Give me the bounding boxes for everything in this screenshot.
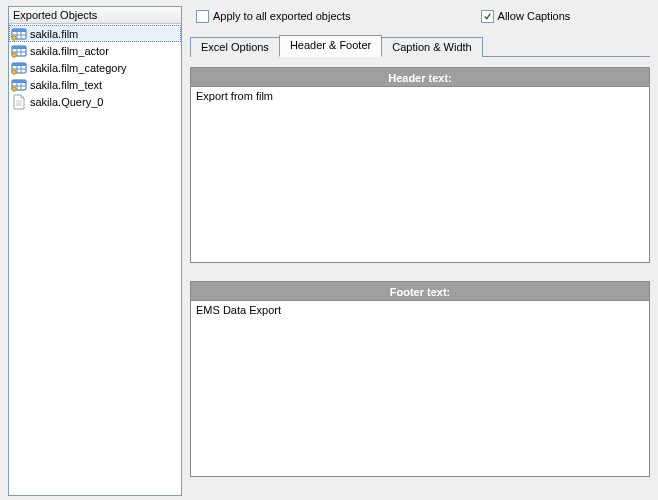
tree-item-label: sakila.film_category: [30, 62, 127, 74]
exported-objects-title: Exported Objects: [9, 7, 181, 24]
table-icon: [11, 77, 27, 93]
right-pane: Apply to all exported objects Allow Capt…: [190, 0, 658, 500]
header-text-title: Header text:: [190, 67, 650, 87]
checkbox-icon: [196, 10, 209, 23]
document-icon: [11, 94, 27, 110]
table-icon: [11, 26, 27, 42]
tree-item[interactable]: sakila.film_text: [9, 76, 181, 93]
apply-all-checkbox[interactable]: Apply to all exported objects: [196, 10, 351, 23]
checkbox-icon: [481, 10, 494, 23]
apply-all-label: Apply to all exported objects: [213, 10, 351, 22]
tab-header-footer[interactable]: Header & Footer: [279, 35, 382, 57]
tree-item-label: sakila.film: [30, 28, 78, 40]
tree-item-label: sakila.Query_0: [30, 96, 103, 108]
footer-text-input[interactable]: [190, 301, 650, 477]
exported-objects-panel: Exported Objects sakila.filmsakila.film_…: [8, 6, 182, 496]
tree-item[interactable]: sakila.Query_0: [9, 93, 181, 110]
tree-item[interactable]: sakila.film_actor: [9, 42, 181, 59]
tree-item-label: sakila.film_text: [30, 79, 102, 91]
exported-objects-tree[interactable]: sakila.filmsakila.film_actorsakila.film_…: [9, 24, 181, 495]
table-icon: [11, 60, 27, 76]
allow-captions-checkbox[interactable]: Allow Captions: [481, 10, 571, 23]
table-icon: [11, 43, 27, 59]
splitter[interactable]: [182, 0, 190, 500]
tree-item[interactable]: sakila.film: [9, 25, 181, 42]
splitter-grip-icon: [184, 210, 188, 290]
tab-caption-width[interactable]: Caption & Width: [381, 37, 482, 57]
tree-item[interactable]: sakila.film_category: [9, 59, 181, 76]
header-text-input[interactable]: [190, 87, 650, 263]
footer-text-title: Footer text:: [190, 281, 650, 301]
tab-excel-options[interactable]: Excel Options: [190, 37, 280, 57]
tab-body-header-footer: Header text: Footer text:: [190, 57, 650, 496]
top-checkbox-row: Apply to all exported objects Allow Capt…: [190, 6, 650, 26]
allow-captions-label: Allow Captions: [498, 10, 571, 22]
tab-bar: Excel Options Header & Footer Caption & …: [190, 34, 650, 57]
tree-item-label: sakila.film_actor: [30, 45, 109, 57]
